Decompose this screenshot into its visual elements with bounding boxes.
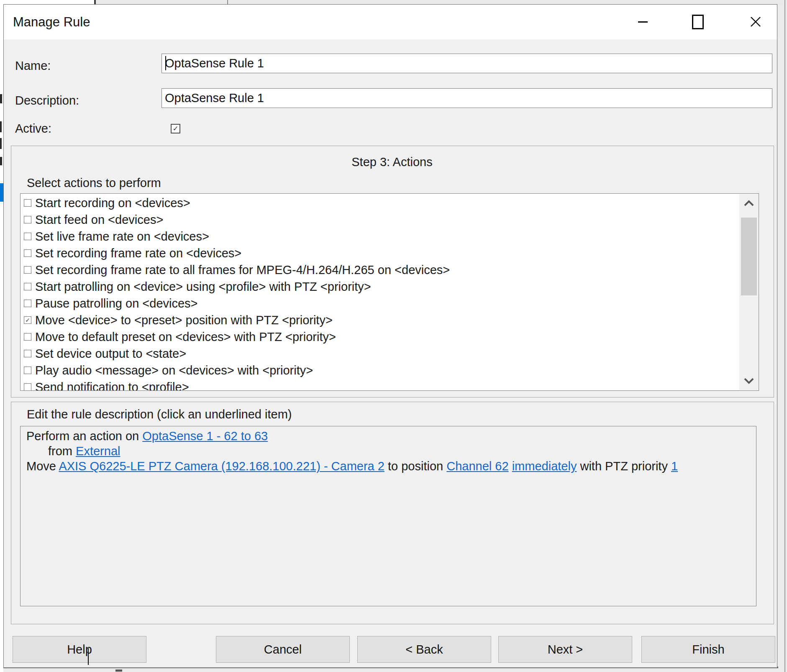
chevron-up-icon <box>743 200 754 207</box>
background-text-fragment <box>0 138 2 149</box>
minimize-button[interactable] <box>624 7 661 36</box>
step-title: Step 3: Actions <box>11 155 773 169</box>
rule-description-text: to position <box>385 459 446 473</box>
action-checkbox[interactable] <box>24 333 31 341</box>
action-item[interactable]: ✓Move <device> to <preset> position with… <box>21 312 759 328</box>
action-label: Send notification to <profile> <box>31 380 189 391</box>
window-title: Manage Rule <box>13 5 90 39</box>
rule-description-link[interactable]: AXIS Q6225-LE PTZ Camera (192.168.100.22… <box>59 459 385 473</box>
rule-description-link[interactable]: immediately <box>512 459 577 473</box>
close-button[interactable] <box>737 7 774 36</box>
action-item[interactable]: Set device output to <state> <box>21 345 759 362</box>
action-checkbox[interactable] <box>24 216 31 223</box>
action-checkbox[interactable] <box>24 266 31 274</box>
rule-description-link[interactable]: OptaSense 1 - 62 to 63 <box>142 429 268 443</box>
name-label: Name: <box>15 59 51 73</box>
help-button[interactable]: Help <box>13 636 146 663</box>
rule-description-link[interactable]: External <box>76 444 120 458</box>
action-item[interactable]: Set live frame rate on <devices> <box>21 228 759 245</box>
action-label: Move to default preset on <devices> with… <box>31 330 336 344</box>
rule-description-line: Move AXIS Q6225-LE PTZ Camera (192.168.1… <box>21 459 756 474</box>
name-input[interactable] <box>162 54 772 73</box>
active-label: Active: <box>15 122 51 136</box>
action-checkbox[interactable] <box>24 233 31 240</box>
minimize-icon <box>638 21 648 23</box>
action-label: Start feed on <devices> <box>31 213 163 227</box>
actions-listbox[interactable]: Start recording on <devices>Start feed o… <box>20 193 759 391</box>
manage-rule-dialog: Manage Rule Name: Description: Active: ✓… <box>3 4 777 668</box>
maximize-icon <box>692 15 704 29</box>
rule-description-text: from <box>48 444 76 458</box>
background-app-left-strip <box>0 5 3 672</box>
select-actions-label: Select actions to perform <box>27 176 161 190</box>
background-selection-fragment <box>0 183 3 202</box>
action-checkbox[interactable] <box>24 300 31 307</box>
rule-description-text: Move <box>26 459 59 473</box>
action-item[interactable]: Pause patrolling on <devices> <box>21 295 759 312</box>
action-label: Start patrolling on <device> using <prof… <box>31 280 371 294</box>
action-label: Play audio <message> on <devices> with <… <box>31 364 313 377</box>
edit-description-label: Edit the rule description (click an unde… <box>27 408 292 421</box>
action-checkbox[interactable] <box>24 367 31 374</box>
action-label: Set recording frame rate on <devices> <box>31 246 241 260</box>
scroll-down-button[interactable] <box>740 372 758 390</box>
title-bar[interactable]: Manage Rule <box>4 5 777 39</box>
rule-description-text: with PTZ priority <box>577 459 671 473</box>
ibeam-cursor <box>88 648 89 665</box>
action-item[interactable]: Set recording frame rate on <devices> <box>21 245 759 262</box>
maximize-button[interactable] <box>679 7 717 36</box>
cancel-button[interactable]: Cancel <box>216 636 350 663</box>
action-checkbox[interactable] <box>24 199 31 207</box>
description-input[interactable] <box>162 88 772 108</box>
action-checkbox[interactable] <box>24 283 31 290</box>
rule-description-link[interactable]: 1 <box>671 459 678 473</box>
scrollbar-thumb[interactable] <box>741 218 757 295</box>
finish-button[interactable]: Finish <box>641 636 775 663</box>
action-checkbox[interactable] <box>24 249 31 257</box>
rule-description-text: Perform an action on <box>26 429 142 443</box>
rule-description-text <box>509 459 512 473</box>
text-caret <box>165 56 166 70</box>
close-icon <box>749 15 762 28</box>
description-label: Description: <box>15 94 79 108</box>
rule-description-box[interactable]: Perform an action on OptaSense 1 - 62 to… <box>20 426 756 606</box>
action-label: Set device output to <state> <box>31 347 186 361</box>
background-text-fragment <box>0 157 2 165</box>
rule-description-line: from External <box>21 444 756 459</box>
action-checkbox[interactable] <box>24 383 31 391</box>
scroll-up-button[interactable] <box>740 194 758 213</box>
back-button[interactable]: < Back <box>357 636 491 663</box>
background-artifact <box>115 669 122 672</box>
next-button[interactable]: Next > <box>498 636 632 663</box>
action-label: Pause patrolling on <devices> <box>31 297 198 310</box>
action-label: Set recording frame rate to all frames f… <box>31 263 450 277</box>
action-item[interactable]: Start recording on <devices> <box>21 195 759 211</box>
action-item[interactable]: Start patrolling on <device> using <prof… <box>21 278 759 295</box>
action-item[interactable]: Play audio <message> on <devices> with <… <box>21 362 759 379</box>
background-window-edge <box>784 0 785 672</box>
action-checkbox[interactable] <box>24 350 31 357</box>
action-label: Set live frame rate on <devices> <box>31 230 209 244</box>
rule-description-link[interactable]: Channel 62 <box>446 459 508 473</box>
background-text-fragment <box>0 121 2 132</box>
action-item[interactable]: Start feed on <devices> <box>21 211 759 228</box>
action-item[interactable]: Set recording frame rate to all frames f… <box>21 262 759 278</box>
action-label: Move <device> to <preset> position with … <box>31 313 333 327</box>
action-checkbox[interactable]: ✓ <box>24 316 31 324</box>
scrollbar[interactable] <box>739 194 758 390</box>
background-text-fragment <box>0 94 2 103</box>
actions-list: Start recording on <devices>Start feed o… <box>21 194 759 391</box>
action-item[interactable]: Send notification to <profile> <box>21 379 759 391</box>
action-label: Start recording on <devices> <box>31 196 190 210</box>
active-checkbox[interactable]: ✓ <box>171 124 180 133</box>
rule-description-line: Perform an action on OptaSense 1 - 62 to… <box>21 428 756 444</box>
action-item[interactable]: Move to default preset on <devices> with… <box>21 328 759 345</box>
chevron-down-icon <box>743 377 754 384</box>
